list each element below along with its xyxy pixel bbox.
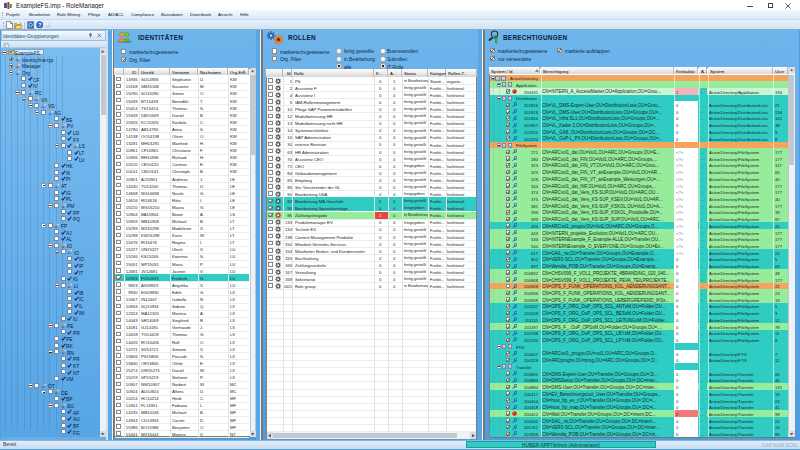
- svg-text:?: ?: [38, 22, 42, 28]
